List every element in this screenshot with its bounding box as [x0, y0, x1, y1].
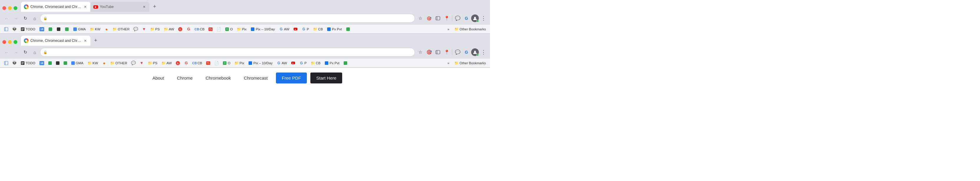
- bm-email[interactable]: [55, 26, 62, 33]
- bm-whatsapp[interactable]: 💬: [132, 26, 140, 33]
- bm-pix-10day[interactable]: Pix – 10/Day: [249, 26, 277, 33]
- bm2-g-red[interactable]: G: [182, 59, 190, 67]
- about-link[interactable]: About: [148, 73, 169, 83]
- bm2-green-sheet[interactable]: [46, 59, 54, 67]
- close-window-button-2[interactable]: [2, 40, 6, 44]
- forward-button-2[interactable]: →: [12, 48, 20, 56]
- bm-green2[interactable]: [344, 26, 352, 33]
- bm-gp[interactable]: G P: [300, 26, 311, 33]
- sidebar-button-1[interactable]: [434, 14, 442, 22]
- bm2-reddit[interactable]: 👽: [11, 59, 18, 67]
- bm-cb[interactable]: CB CB: [193, 26, 206, 33]
- bm-ps-folder[interactable]: 📁 PS: [148, 26, 161, 33]
- bm-aw-folder[interactable]: 📁 AW: [162, 26, 176, 33]
- bm2-o-green[interactable]: OO: [221, 59, 232, 67]
- bm-other-folder[interactable]: 📁 OTHER: [111, 26, 131, 33]
- chat-button-2[interactable]: 💬: [453, 48, 462, 56]
- free-pdf-button[interactable]: Free PDF: [276, 72, 307, 83]
- bm2-other-bookmarks[interactable]: 📁Other Bookmarks: [453, 59, 488, 67]
- location-button-2[interactable]: 📍: [442, 48, 451, 56]
- bm-g-red[interactable]: G: [185, 26, 192, 33]
- tab2-close-chrome[interactable]: ✕: [83, 38, 88, 43]
- bm-page[interactable]: 📄: [215, 26, 223, 33]
- pocket-button-1[interactable]: 🎯: [425, 14, 433, 22]
- bm2-l-red[interactable]: L: [174, 59, 182, 67]
- bm-pocket[interactable]: ▼: [140, 26, 148, 33]
- bm-todo[interactable]: TODO: [19, 26, 37, 33]
- tab-youtube[interactable]: ▶ YouTube ✕: [91, 2, 149, 12]
- bm-yt[interactable]: ▶: [292, 26, 299, 33]
- bm2-kw-folder[interactable]: 📁KW: [86, 59, 100, 67]
- bm2-email[interactable]: [54, 59, 61, 67]
- bm2-other-folder[interactable]: 📁OTHER: [109, 59, 129, 67]
- tab-chrome-chromecast[interactable]: Chrome, Chromecast and Chr… ✕: [21, 2, 91, 12]
- bm2-todo[interactable]: TODO: [19, 59, 37, 67]
- bm2-pocket[interactable]: ▼: [138, 59, 145, 67]
- bm2-sheets[interactable]: [62, 59, 69, 67]
- bm2-more-button[interactable]: »: [445, 59, 451, 67]
- profile-container-1[interactable]: [471, 14, 479, 22]
- tab2-chrome-chromecast[interactable]: Chrome, Chromecast and Chr… ✕: [21, 36, 91, 46]
- bm-o-green[interactable]: O O: [223, 26, 234, 33]
- new-tab-button-1[interactable]: +: [151, 2, 159, 11]
- minimize-window-button-2[interactable]: [8, 40, 12, 44]
- tab-close-youtube[interactable]: ✕: [142, 5, 146, 9]
- chrome-link[interactable]: Chrome: [172, 73, 197, 83]
- reload-button-2[interactable]: ↻: [21, 48, 29, 56]
- bm2-ps-folder[interactable]: 📁PS: [146, 59, 159, 67]
- reload-button-1[interactable]: ↻: [21, 14, 29, 22]
- bm2-pix-10day[interactable]: Pix – 10/Day: [247, 59, 274, 67]
- bm-px-pvt[interactable]: Px Pvt: [325, 26, 344, 33]
- bm2-orange[interactable]: ●: [100, 59, 108, 67]
- bm-gma[interactable]: GMA: [71, 26, 88, 33]
- bm2-fl[interactable]: FL: [204, 59, 212, 67]
- bm-green-sheet[interactable]: [46, 26, 54, 33]
- bm2-gp[interactable]: GP: [298, 59, 309, 67]
- forward-button-1[interactable]: →: [12, 14, 20, 22]
- bm-g-aw[interactable]: G AW: [277, 26, 291, 33]
- bm-sheets[interactable]: [63, 26, 71, 33]
- bm-other-bookmarks[interactable]: 📁 Other Bookmarks: [453, 26, 488, 33]
- sidebar-button-2[interactable]: [434, 48, 442, 56]
- google-account-button-2[interactable]: G: [462, 48, 471, 56]
- chromecast-link[interactable]: Chromecast: [239, 73, 272, 83]
- home-button-1[interactable]: ⌂: [30, 14, 39, 22]
- location-button-1[interactable]: 📍: [442, 14, 451, 22]
- google-account-button-1[interactable]: G: [462, 14, 471, 22]
- bm-pix-folder[interactable]: 📁 Pix: [235, 26, 248, 33]
- bm-reddit[interactable]: 👽: [11, 26, 18, 33]
- bm-more-button[interactable]: »: [445, 26, 451, 33]
- bm-l-red[interactable]: L: [177, 26, 184, 33]
- bm2-18[interactable]: 18: [38, 59, 46, 67]
- maximize-window-button[interactable]: [14, 6, 18, 10]
- bm2-sidebar-button[interactable]: [2, 59, 10, 67]
- tab-close-chrome[interactable]: ✕: [83, 5, 88, 9]
- bm2-g-aw[interactable]: GAW: [275, 59, 289, 67]
- bm2-aw-folder[interactable]: 📁AW: [160, 59, 173, 67]
- bookmark-star-button-2[interactable]: ☆: [416, 48, 424, 56]
- bm2-pix-folder[interactable]: 📁Pix: [232, 59, 246, 67]
- home-button-2[interactable]: ⌂: [30, 48, 39, 56]
- bm-sidebar-button[interactable]: [2, 26, 10, 33]
- pocket-button-2[interactable]: 🎯: [425, 48, 433, 56]
- bm2-whatsapp[interactable]: 💬: [130, 59, 137, 67]
- start-here-button[interactable]: Start Here: [310, 72, 342, 83]
- profile-container-2[interactable]: [471, 48, 479, 56]
- bm2-gma[interactable]: GMA: [70, 59, 85, 67]
- new-tab-button-2[interactable]: +: [92, 36, 100, 45]
- minimize-window-button[interactable]: [8, 6, 12, 10]
- close-window-button[interactable]: [2, 6, 6, 10]
- bm-fl[interactable]: FL: [207, 26, 215, 33]
- maximize-window-button-2[interactable]: [14, 40, 18, 44]
- bm-orange-icon[interactable]: ●: [103, 26, 110, 33]
- omnibox-2[interactable]: 🔒: [40, 48, 415, 57]
- omnibox-1[interactable]: 🔒: [40, 14, 415, 23]
- bm-cb2-folder[interactable]: 📁 CB: [311, 26, 325, 33]
- bm2-cb2-folder[interactable]: 📁CB: [309, 59, 322, 67]
- bm2-px-pvt[interactable]: Px Pvt: [323, 59, 341, 67]
- bm2-green2[interactable]: [342, 59, 349, 67]
- chromebook-link[interactable]: Chromebook: [201, 73, 235, 83]
- back-button-2[interactable]: ←: [2, 48, 11, 56]
- menu-button-1[interactable]: ⋮: [479, 14, 488, 22]
- bm2-yt[interactable]: ▶: [290, 59, 297, 67]
